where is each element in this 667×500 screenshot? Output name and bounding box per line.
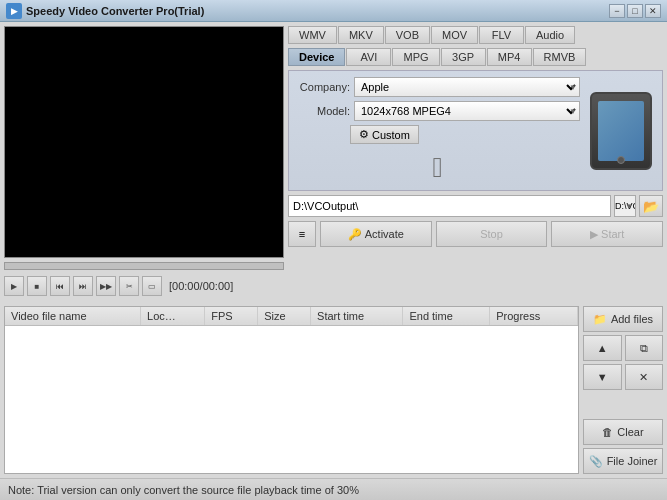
stop-button[interactable]: ■ <box>27 276 47 296</box>
tab-audio[interactable]: Audio <box>525 26 575 44</box>
output-path-dropdown[interactable]: D:\VCOutput\ <box>614 195 636 217</box>
model-label: Model: <box>295 105 350 117</box>
status-message: Note: Trial version can only convert the… <box>8 484 359 496</box>
copy-icon: ⧉ <box>640 342 648 355</box>
script-button[interactable]: ≡ <box>288 221 316 247</box>
folder-icon: 📂 <box>643 199 659 214</box>
col-size: Size <box>258 307 311 326</box>
play-button[interactable]: ▶ <box>4 276 24 296</box>
settings-area: Company: Apple Model: 1024x768 MPEG4 <box>288 70 663 191</box>
window-controls: − □ ✕ <box>609 4 661 18</box>
apple-logo:  <box>432 152 442 184</box>
activate-label: Activate <box>365 228 404 240</box>
script-icon: ≡ <box>299 228 305 240</box>
minimize-button[interactable]: − <box>609 4 625 18</box>
model-row: Model: 1024x768 MPEG4 <box>295 101 580 121</box>
arrow-up-icon: ▲ <box>597 342 608 354</box>
clear-label: Clear <box>617 426 643 438</box>
clear-button[interactable]: 🗑 Clear <box>583 419 663 445</box>
file-joiner-label: File Joiner <box>607 455 658 467</box>
col-location: Loc… <box>141 307 205 326</box>
file-table-section: Video file name Loc… FPS Size Start time… <box>0 302 667 478</box>
start-label: Start <box>601 228 624 240</box>
delete-button[interactable]: ✕ <box>625 364 664 390</box>
maximize-button[interactable]: □ <box>627 4 643 18</box>
move-down-button[interactable]: ▼ <box>583 364 622 390</box>
col-endtime: End time <box>403 307 490 326</box>
right-panel: WMV MKV VOB MOV FLV Audio Device AVI MPG… <box>288 26 663 298</box>
col-starttime: Start time <box>311 307 403 326</box>
custom-label: Custom <box>372 129 410 141</box>
tab-mov[interactable]: MOV <box>431 26 478 44</box>
ipad-home-button <box>617 156 625 164</box>
time-display: [00:00/00:00] <box>169 280 233 292</box>
output-path-input[interactable] <box>288 195 611 217</box>
tab-wmv[interactable]: WMV <box>288 26 337 44</box>
video-preview <box>4 26 284 258</box>
file-joiner-button[interactable]: 📎 File Joiner <box>583 448 663 474</box>
output-row: D:\VCOutput\ 📂 <box>288 195 663 217</box>
delete-icon: ✕ <box>639 371 648 384</box>
stop-button-action[interactable]: Stop <box>436 221 548 247</box>
settings-icon: ⚙ <box>359 128 369 141</box>
tab-rmvb[interactable]: RMVB <box>533 48 587 66</box>
cut-button[interactable]: ✂ <box>119 276 139 296</box>
ipad-image <box>590 92 652 170</box>
fast-forward-button[interactable]: ▶▶ <box>96 276 116 296</box>
tab-avi[interactable]: AVI <box>346 48 391 66</box>
tab-flv[interactable]: FLV <box>479 26 524 44</box>
custom-button[interactable]: ⚙ Custom <box>350 125 419 144</box>
browse-folder-button[interactable]: 📂 <box>639 195 663 217</box>
company-select-wrapper: Apple <box>354 77 580 97</box>
apple-logo-area:  <box>295 152 580 184</box>
file-joiner-icon: 📎 <box>589 455 603 468</box>
key-icon: 🔑 <box>348 228 362 241</box>
col-progress: Progress <box>490 307 578 326</box>
aspect-button[interactable]: ▭ <box>142 276 162 296</box>
file-table-wrapper: Video file name Loc… FPS Size Start time… <box>4 306 579 474</box>
model-select-wrapper: 1024x768 MPEG4 <box>354 101 580 121</box>
top-section: ▶ ■ ⏮ ⏭ ▶▶ ✂ ▭ [00:00/00:00] WMV MKV VOB… <box>0 22 667 302</box>
arrow-delete-row: ▼ ✕ <box>583 364 663 390</box>
copy-button[interactable]: ⧉ <box>625 335 664 361</box>
tab-mpg[interactable]: MPG <box>392 48 439 66</box>
file-table: Video file name Loc… FPS Size Start time… <box>5 307 578 326</box>
add-files-button[interactable]: 📁 Add files <box>583 306 663 332</box>
tab-device[interactable]: Device <box>288 48 345 66</box>
company-row: Company: Apple <box>295 77 580 97</box>
add-files-label: Add files <box>611 313 653 325</box>
format-tabs-row1: WMV MKV VOB MOV FLV Audio <box>288 26 663 44</box>
tab-3gp[interactable]: 3GP <box>441 48 486 66</box>
tab-mkv[interactable]: MKV <box>338 26 384 44</box>
clear-icon: 🗑 <box>602 426 613 438</box>
ipad-screen <box>598 101 644 161</box>
side-buttons: 📁 Add files ▲ ⧉ ▼ ✕ 🗑 <box>583 306 663 474</box>
start-button[interactable]: ▶ Start <box>551 221 663 247</box>
company-label: Company: <box>295 81 350 93</box>
app-icon: ▶ <box>6 3 22 19</box>
activate-button[interactable]: 🔑 Activate <box>320 221 432 247</box>
move-up-button[interactable]: ▲ <box>583 335 622 361</box>
settings-left: Company: Apple Model: 1024x768 MPEG4 <box>295 77 580 184</box>
device-preview <box>586 77 656 184</box>
arrow-buttons-row: ▲ ⧉ <box>583 335 663 361</box>
next-frame-button[interactable]: ⏭ <box>73 276 93 296</box>
video-progress-bar[interactable] <box>4 262 284 270</box>
main-content: ▶ ■ ⏮ ⏭ ▶▶ ✂ ▭ [00:00/00:00] WMV MKV VOB… <box>0 22 667 500</box>
close-button[interactable]: ✕ <box>645 4 661 18</box>
prev-frame-button[interactable]: ⏮ <box>50 276 70 296</box>
format-tabs-row2: Device AVI MPG 3GP MP4 RMVB <box>288 48 663 66</box>
video-controls: ▶ ■ ⏮ ⏭ ▶▶ ✂ ▭ [00:00/00:00] <box>4 274 284 298</box>
action-row: ≡ 🔑 Activate Stop ▶ Start <box>288 221 663 247</box>
arrow-down-icon: ▼ <box>597 371 608 383</box>
title-bar: ▶ Speedy Video Converter Pro(Trial) − □ … <box>0 0 667 22</box>
stop-label: Stop <box>480 228 503 240</box>
company-select[interactable]: Apple <box>354 77 580 97</box>
window-title: Speedy Video Converter Pro(Trial) <box>26 5 609 17</box>
tab-mp4[interactable]: MP4 <box>487 48 532 66</box>
model-select[interactable]: 1024x768 MPEG4 <box>354 101 580 121</box>
start-icon: ▶ <box>590 228 598 241</box>
col-filename: Video file name <box>5 307 141 326</box>
status-bar: Note: Trial version can only convert the… <box>0 478 667 500</box>
tab-vob[interactable]: VOB <box>385 26 430 44</box>
